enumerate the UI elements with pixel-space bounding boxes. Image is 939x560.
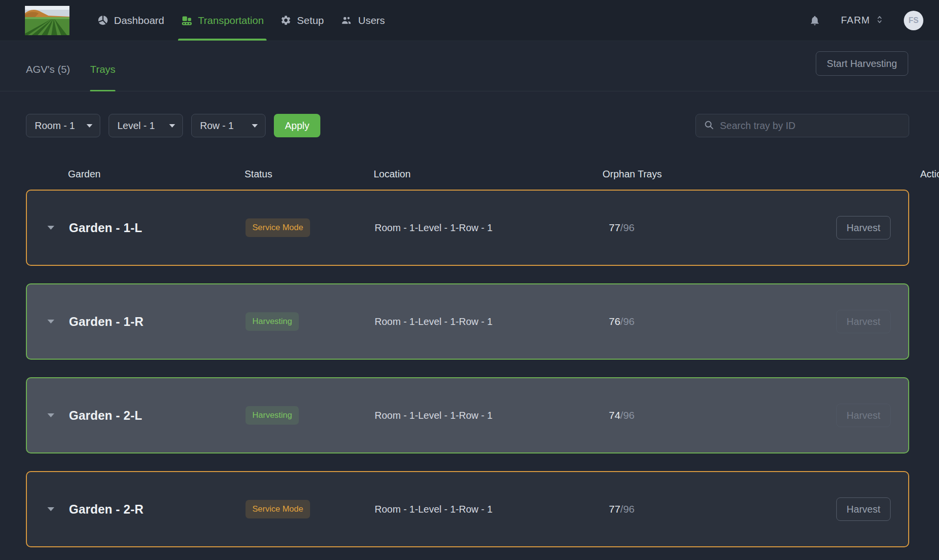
status-badge: Service Mode bbox=[246, 218, 310, 237]
orphan-total: /96 bbox=[620, 316, 634, 327]
expand-caret-icon[interactable] bbox=[47, 226, 54, 230]
tabs-bar: AGV's (5) Trays Start Harvesting bbox=[0, 41, 939, 91]
navbar-right: FARM FS bbox=[809, 11, 923, 30]
start-harvesting-button[interactable]: Start Harvesting bbox=[816, 51, 908, 76]
status-badge: Harvesting bbox=[246, 312, 299, 331]
tray-list: Garden - 1-L Service Mode Room - 1-Level… bbox=[26, 190, 909, 547]
apply-button[interactable]: Apply bbox=[274, 114, 320, 137]
harvest-button[interactable]: Harvest bbox=[836, 310, 891, 333]
tab-trays[interactable]: Trays bbox=[90, 41, 115, 91]
location-text: Room - 1-Level - 1-Row - 1 bbox=[375, 410, 604, 421]
chevron-down-icon bbox=[252, 124, 258, 128]
status-badge: Service Mode bbox=[246, 500, 310, 518]
nav-label: Setup bbox=[297, 15, 324, 26]
column-header-garden: Garden bbox=[68, 169, 245, 180]
transportation-icon bbox=[181, 15, 193, 26]
top-navbar: Dashboard Transportation Setup Users FAR… bbox=[0, 0, 939, 41]
harvest-button[interactable]: Harvest bbox=[836, 216, 891, 239]
orphan-trays-value: 74/96 bbox=[604, 409, 836, 421]
row-select[interactable]: Row - 1 bbox=[191, 114, 266, 137]
level-select[interactable]: Level - 1 bbox=[109, 114, 183, 137]
tray-card: Garden - 2-L Harvesting Room - 1-Level -… bbox=[26, 377, 909, 453]
column-header-action: Action bbox=[920, 169, 939, 180]
location-text: Room - 1-Level - 1-Row - 1 bbox=[375, 222, 604, 234]
harvest-button[interactable]: Harvest bbox=[836, 497, 891, 521]
column-header-location: Location bbox=[374, 169, 603, 180]
level-select-value: Level - 1 bbox=[117, 120, 155, 131]
orphan-current: 77 bbox=[609, 503, 620, 515]
orphan-trays-value: 77/96 bbox=[604, 503, 836, 515]
nav-label: Users bbox=[358, 15, 385, 26]
garden-name: Garden - 1-R bbox=[69, 315, 246, 329]
orphan-current: 76 bbox=[609, 316, 620, 327]
status-badge: Harvesting bbox=[246, 406, 299, 425]
orphan-current: 74 bbox=[609, 409, 620, 421]
chevron-up-down-icon bbox=[876, 15, 883, 26]
farm-logo[interactable] bbox=[25, 6, 69, 35]
nav-item-users[interactable]: Users bbox=[340, 0, 385, 41]
harvest-button[interactable]: Harvest bbox=[836, 404, 891, 427]
room-select-value: Room - 1 bbox=[35, 120, 75, 131]
location-text: Room - 1-Level - 1-Row - 1 bbox=[375, 316, 604, 327]
column-header-orphan-trays: Orphan Trays bbox=[603, 169, 920, 180]
search-box bbox=[695, 114, 909, 137]
garden-name: Garden - 2-R bbox=[69, 502, 246, 517]
chevron-down-icon bbox=[169, 124, 175, 128]
orphan-total: /96 bbox=[620, 409, 634, 421]
orphan-trays-value: 77/96 bbox=[604, 222, 836, 234]
column-header-status: Status bbox=[245, 169, 374, 180]
row-select-value: Row - 1 bbox=[200, 120, 234, 131]
dashboard-icon bbox=[97, 15, 109, 26]
nav-label: Dashboard bbox=[114, 15, 164, 26]
nav-item-dashboard[interactable]: Dashboard bbox=[97, 0, 164, 41]
nav-item-transportation[interactable]: Transportation bbox=[181, 0, 264, 41]
users-icon bbox=[340, 15, 353, 26]
filters-row: Room - 1 Level - 1 Row - 1 Apply bbox=[26, 114, 909, 137]
orphan-trays-value: 76/96 bbox=[604, 316, 836, 327]
farm-selector-label: FARM bbox=[841, 15, 870, 26]
tab-agvs[interactable]: AGV's (5) bbox=[26, 41, 70, 91]
nav-label: Transportation bbox=[198, 15, 264, 26]
tabs: AGV's (5) Trays bbox=[26, 41, 115, 91]
expand-caret-icon[interactable] bbox=[47, 507, 54, 511]
table-header: Garden Status Location Orphan Trays Acti… bbox=[26, 169, 939, 180]
user-avatar[interactable]: FS bbox=[904, 11, 923, 30]
expand-caret-icon[interactable] bbox=[47, 320, 54, 323]
search-icon bbox=[704, 120, 714, 132]
farm-selector[interactable]: FARM bbox=[841, 15, 883, 26]
orphan-total: /96 bbox=[620, 222, 634, 233]
garden-name: Garden - 2-L bbox=[69, 409, 246, 423]
garden-name: Garden - 1-L bbox=[69, 221, 246, 235]
notifications-bell-icon[interactable] bbox=[809, 15, 820, 26]
chevron-down-icon bbox=[87, 124, 92, 128]
search-input[interactable] bbox=[720, 120, 901, 131]
orphan-current: 77 bbox=[609, 222, 620, 233]
location-text: Room - 1-Level - 1-Row - 1 bbox=[375, 504, 604, 515]
main-nav: Dashboard Transportation Setup Users bbox=[97, 0, 385, 41]
tray-card: Garden - 1-R Harvesting Room - 1-Level -… bbox=[26, 283, 909, 360]
tray-card: Garden - 1-L Service Mode Room - 1-Level… bbox=[26, 190, 909, 266]
expand-caret-icon[interactable] bbox=[47, 413, 54, 417]
room-select[interactable]: Room - 1 bbox=[26, 114, 100, 137]
nav-item-setup[interactable]: Setup bbox=[280, 0, 324, 41]
tray-card: Garden - 2-R Service Mode Room - 1-Level… bbox=[26, 471, 909, 547]
orphan-total: /96 bbox=[620, 503, 634, 515]
gear-icon bbox=[280, 15, 291, 26]
